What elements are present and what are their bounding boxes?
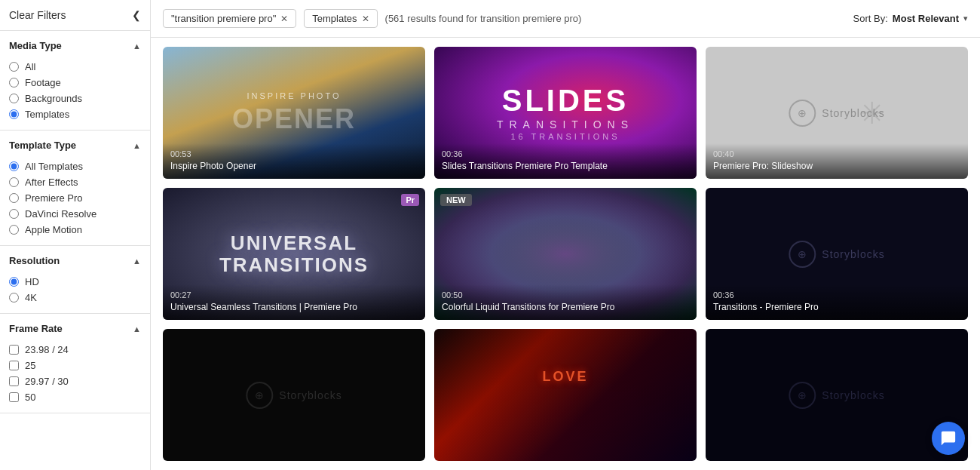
resolution-chevron: ▲ (133, 257, 141, 266)
media-type-all[interactable]: All (9, 59, 141, 75)
card-8-overlay-bg (434, 329, 697, 461)
card-4-universal-text: UNIVERSALTRANSITIONS (219, 232, 369, 275)
card-universal-transitions[interactable]: Pr UNIVERSALTRANSITIONS 00:27 Universal … (163, 188, 425, 320)
media-type-options: All Footage Backgrounds Templates (0, 57, 150, 130)
filter-tag-type[interactable]: Templates ✕ (304, 9, 377, 28)
card-inspire-photo-opener[interactable]: INSPIRE PHOTO OPENER 00:53 Inspire Photo… (163, 47, 425, 179)
media-type-chevron: ▲ (133, 41, 141, 51)
template-apple-motion[interactable]: Apple Motion (9, 222, 141, 238)
card-5-title: Colorful Liquid Transitions for Premiere… (442, 302, 689, 314)
card-2-overlay: 00:36 Slides Transitions Premiere Pro Te… (434, 143, 697, 179)
card-1-overlay: 00:53 Inspire Photo Opener (163, 143, 425, 179)
sort-by: Sort By: Most Relevant ▾ (853, 13, 968, 24)
chat-bubble[interactable] (932, 422, 965, 455)
template-ae-radio[interactable] (9, 177, 19, 187)
clear-filters-label: Clear Filters (9, 9, 66, 21)
template-am-label: Apple Motion (25, 224, 82, 235)
media-type-templates-label: Templates (25, 109, 69, 120)
resolution-options: HD 4K (0, 272, 150, 313)
card-dark-2[interactable]: ⊕ Storyblocks (706, 329, 968, 461)
media-type-footage-label: Footage (25, 77, 61, 88)
media-type-header[interactable]: Media Type ▲ (0, 31, 150, 57)
filter-tag-query[interactable]: "transition premiere pro" ✕ (163, 9, 296, 28)
frame-rate-29-checkbox[interactable] (9, 376, 19, 386)
clear-filters-button[interactable]: Clear Filters ❮ (0, 0, 150, 31)
template-dr-radio[interactable] (9, 209, 19, 219)
template-type-label: Template Type (9, 140, 76, 151)
frame-rate-50[interactable]: 50 (9, 389, 141, 405)
template-pp-radio[interactable] (9, 193, 19, 203)
template-all-radio[interactable] (9, 161, 19, 171)
card-slides-transitions[interactable]: SLIDES TRANSITIONS 16 TRANSITIONS 00:36 … (434, 47, 697, 179)
media-type-backgrounds-label: Backgrounds (25, 93, 82, 104)
resolution-header[interactable]: Resolution ▲ (0, 246, 150, 272)
frame-rate-25[interactable]: 25 (9, 358, 141, 373)
filter-tag-type-remove[interactable]: ✕ (362, 14, 369, 24)
card-premiere-slideshow[interactable]: ⊕ Storyblocks ✳ 00:40 Premiere Pro: Slid… (706, 47, 968, 179)
frame-rate-29[interactable]: 29.97 / 30 (9, 373, 141, 389)
frame-rate-header[interactable]: Frame Rate ▲ (0, 314, 150, 340)
card-3-star: ✳ (859, 96, 885, 131)
collapse-icon: ❮ (132, 9, 141, 21)
card-1-title: Inspire Photo Opener (170, 161, 418, 173)
card-1-duration: 00:53 (170, 149, 418, 158)
frame-rate-50-checkbox[interactable] (9, 392, 19, 402)
frame-rate-50-label: 50 (25, 392, 35, 403)
card-7-logo: ⊕ Storyblocks (246, 382, 341, 409)
template-type-header[interactable]: Template Type ▲ (0, 131, 150, 157)
card-5-duration: 00:50 (442, 290, 689, 300)
resolution-hd-label: HD (25, 276, 39, 287)
results-grid: INSPIRE PHOTO OPENER 00:53 Inspire Photo… (163, 47, 968, 461)
media-type-all-radio[interactable] (9, 62, 19, 72)
card-2-slides-text: SLIDES TRANSITIONS 16 TRANSITIONS (497, 85, 634, 141)
sort-value[interactable]: Most Relevant (893, 13, 959, 24)
media-type-templates[interactable]: Templates (9, 106, 141, 122)
media-type-backgrounds-radio[interactable] (9, 94, 19, 103)
media-type-backgrounds[interactable]: Backgrounds (9, 91, 141, 106)
template-dr-label: DaVinci Resolve (25, 208, 96, 220)
card-city[interactable]: LOVE (434, 329, 697, 461)
template-after-effects[interactable]: After Effects (9, 174, 141, 190)
frame-rate-25-label: 25 (25, 360, 35, 371)
card-dark-1[interactable]: ⊕ Storyblocks (163, 329, 425, 461)
card-8-city-text: LOVE (542, 369, 588, 385)
resolution-4k-radio[interactable] (9, 293, 19, 303)
sort-chevron[interactable]: ▾ (963, 14, 968, 23)
card-2-duration: 00:36 (442, 149, 689, 158)
media-type-label: Media Type (9, 40, 62, 51)
media-type-templates-radio[interactable] (9, 109, 19, 119)
card-1-sub: INSPIRE PHOTO (232, 91, 356, 100)
resolution-4k-label: 4K (25, 292, 37, 303)
template-davinci-resolve[interactable]: DaVinci Resolve (9, 206, 141, 222)
resolution-label: Resolution (9, 255, 60, 266)
filter-tag-query-remove[interactable]: ✕ (280, 14, 288, 24)
resolution-hd-radio[interactable] (9, 277, 19, 287)
card-2-title: Slides Transitions Premiere Pro Template (442, 161, 689, 173)
frame-rate-23-checkbox[interactable] (9, 345, 19, 355)
card-7-logo-icon: ⊕ (246, 382, 273, 409)
template-premiere-pro[interactable]: Premiere Pro (9, 190, 141, 206)
template-type-section: Template Type ▲ All Templates After Effe… (0, 131, 150, 246)
media-type-section: Media Type ▲ All Footage Backgrounds Tem… (0, 31, 150, 131)
card-4-title: Universal Seamless Transitions | Premier… (170, 302, 418, 314)
template-all-templates[interactable]: All Templates (9, 158, 141, 174)
frame-rate-29-label: 29.97 / 30 (25, 376, 69, 387)
template-am-radio[interactable] (9, 225, 19, 235)
resolution-4k[interactable]: 4K (9, 290, 141, 306)
media-type-footage[interactable]: Footage (9, 75, 141, 91)
card-2-slides-subtitle: TRANSITIONS (497, 118, 634, 131)
card-5-overlay: 00:50 Colorful Liquid Transitions for Pr… (434, 284, 697, 320)
frame-rate-23[interactable]: 23.98 / 24 (9, 342, 141, 358)
resolution-section: Resolution ▲ HD 4K (0, 246, 150, 314)
chat-icon (940, 430, 957, 447)
frame-rate-25-checkbox[interactable] (9, 361, 19, 370)
resolution-hd[interactable]: HD (9, 274, 141, 290)
results-grid-container: INSPIRE PHOTO OPENER 00:53 Inspire Photo… (151, 38, 980, 470)
frame-rate-label: Frame Rate (9, 323, 63, 334)
media-type-footage-radio[interactable] (9, 78, 19, 88)
sidebar: Clear Filters ❮ Media Type ▲ All Footage… (0, 0, 151, 470)
frame-rate-options: 23.98 / 24 25 29.97 / 30 50 (0, 340, 150, 413)
card-colorful-liquid[interactable]: NEW 00:50 Colorful Liquid Transitions fo… (434, 188, 697, 320)
card-transitions-pp[interactable]: ⊕ Storyblocks 00:36 Transitions - Premie… (706, 188, 968, 320)
card-3-duration: 00:40 (713, 149, 960, 158)
